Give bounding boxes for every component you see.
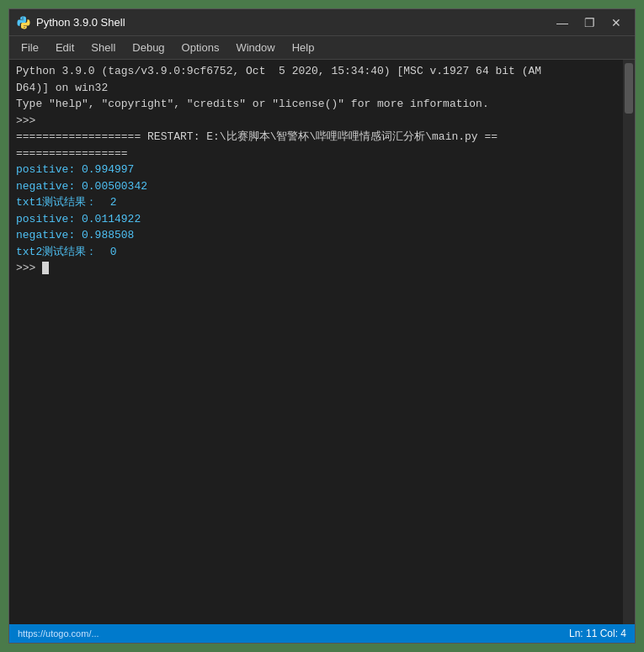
status-position: Ln: 11 Col: 4 [569,628,626,639]
window-controls: — ❐ ✕ [551,14,628,31]
menu-shell[interactable]: Shell [82,38,124,57]
terminal-line: D64)] on win32 [16,80,616,97]
python-shell-window: Python 3.9.0 Shell — ❐ ✕ File Edit Shell… [8,8,636,644]
terminal-line: Type "help", "copyright", "credits" or "… [16,96,616,113]
terminal-positive-2: positive: 0.0114922 [16,211,616,228]
maximize-button[interactable]: ❐ [577,14,601,31]
minimize-button[interactable]: — [551,14,574,31]
python-icon [16,15,31,30]
terminal-line: Python 3.9.0 (tags/v3.9.0:9cf6752, Oct 5… [16,63,616,80]
terminal-output[interactable]: Python 3.9.0 (tags/v3.9.0:9cf6752, Oct 5… [9,60,623,624]
menu-debug[interactable]: Debug [124,38,173,57]
status-url: https://utogo.com/... [18,628,99,639]
terminal-restart-2: ================= [16,146,616,162]
terminal-negative-2: negative: 0.988508 [16,227,616,244]
terminal-restart: =================== RESTART: E:\比赛脚本\智警杯… [16,129,616,146]
title-bar-left: Python 3.9.0 Shell [16,15,125,30]
menu-options[interactable]: Options [173,38,228,57]
content-area: Python 3.9.0 (tags/v3.9.0:9cf6752, Oct 5… [9,60,635,624]
status-bar: https://utogo.com/... Ln: 11 Col: 4 [9,624,635,643]
terminal-txt1: txt1测试结果： 2 [16,194,616,211]
menu-bar: File Edit Shell Debug Options Window Hel… [9,36,635,60]
title-bar: Python 3.9.0 Shell — ❐ ✕ [9,9,635,36]
scrollbar-thumb[interactable] [625,63,633,114]
terminal-negative-1: negative: 0.00500342 [16,178,616,195]
close-button[interactable]: ✕ [604,14,628,31]
menu-help[interactable]: Help [284,38,323,57]
terminal-txt2: txt2测试结果： 0 [16,244,616,261]
menu-file[interactable]: File [13,38,47,57]
scrollbar[interactable] [623,60,635,624]
terminal-positive-1: positive: 0.994997 [16,162,616,178]
terminal-cursor-prompt: >>> [16,260,616,277]
menu-edit[interactable]: Edit [47,38,82,57]
terminal-prompt: >>> [16,113,616,130]
window-title: Python 3.9.0 Shell [36,16,125,29]
menu-window[interactable]: Window [227,38,283,57]
